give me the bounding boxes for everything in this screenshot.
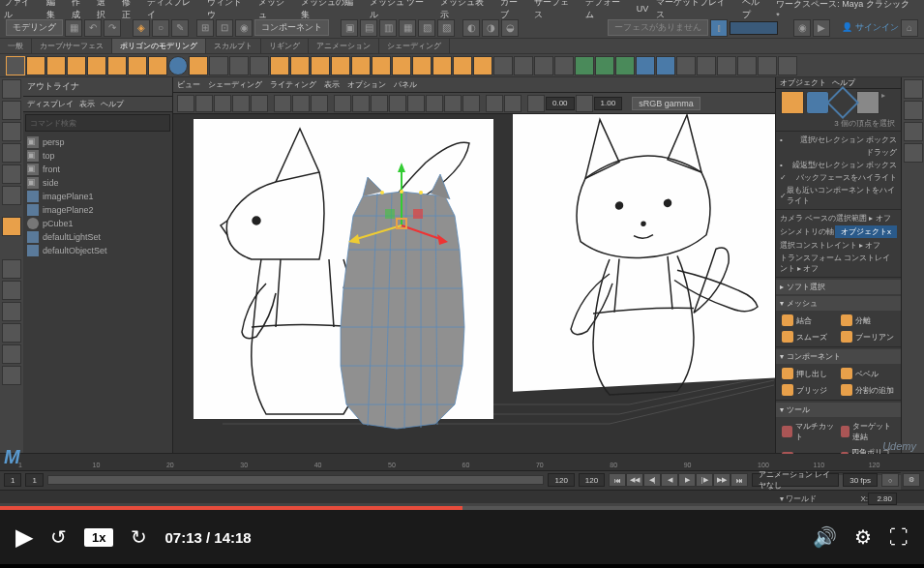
sym-field[interactable] <box>730 21 778 35</box>
render-icon[interactable]: ◑ <box>482 19 499 37</box>
shelf-torus-icon[interactable] <box>107 56 127 75</box>
vp-icon[interactable] <box>444 95 462 112</box>
soft-select-section[interactable]: ▸ ソフト選択 <box>776 280 901 294</box>
outliner-item[interactable]: imagePlane2 <box>27 203 168 217</box>
outliner-item[interactable]: imagePlane1 <box>27 190 168 203</box>
gamma-field[interactable]: 1.00 <box>594 97 623 110</box>
shelf-tab[interactable]: リギング <box>261 39 309 53</box>
settings-icon[interactable]: ⚙ <box>854 525 872 549</box>
viewport-menu[interactable]: 表示 <box>324 79 340 90</box>
step-fwd-icon[interactable]: ▶▶ <box>713 473 730 487</box>
vp-grid-icon[interactable] <box>232 95 250 112</box>
layout-single-icon[interactable] <box>2 259 21 279</box>
outliner-item[interactable]: pCube1 <box>27 217 168 230</box>
attr-editor-icon[interactable] <box>904 79 923 99</box>
sym-toggle[interactable]: ⫿ <box>710 19 728 37</box>
shelf-icon[interactable] <box>595 56 614 75</box>
layout-icon[interactable] <box>2 344 21 364</box>
goto-end-icon[interactable]: ⏭ <box>730 473 748 487</box>
shelf-bevel-icon[interactable] <box>392 56 411 75</box>
shelf-icon[interactable] <box>778 56 797 75</box>
shelf-icon[interactable] <box>758 56 777 75</box>
shelf-icon[interactable] <box>615 56 635 75</box>
component-dropdown[interactable]: コンポーネント <box>254 19 329 36</box>
playback-start-field[interactable]: 1 <box>25 473 43 487</box>
range-start-field[interactable]: 1 <box>4 473 21 487</box>
vertex-mode-icon[interactable] <box>806 91 829 114</box>
combine-button[interactable]: 結合 <box>780 313 838 328</box>
vp-icon[interactable] <box>177 95 194 112</box>
tools-section[interactable]: ▾ ツール <box>776 403 901 417</box>
workspace-label[interactable]: ワークスペース: Maya クラシック* <box>776 0 912 20</box>
boolean-button[interactable]: ブーリアン <box>839 329 897 344</box>
vp-wireframe-icon[interactable] <box>352 95 370 112</box>
volume-icon[interactable]: 🔊 <box>813 525 837 549</box>
layout-four-icon[interactable] <box>2 281 21 300</box>
shelf-icon[interactable] <box>554 56 574 75</box>
shelf-icon[interactable] <box>331 56 350 75</box>
viewport-menu[interactable]: シェーディング <box>208 79 262 90</box>
shelf-tab[interactable]: アニメーション <box>309 39 379 53</box>
bevel-button[interactable]: ベベル <box>839 366 897 381</box>
vp-resolution-icon[interactable] <box>311 95 328 112</box>
face-mode-icon[interactable] <box>856 91 879 114</box>
bridge-button[interactable]: ブリッジ <box>780 382 838 398</box>
viewport-menu[interactable]: オプション <box>347 79 386 90</box>
shelf-type-icon[interactable] <box>229 56 249 75</box>
vp-icon[interactable] <box>292 95 310 112</box>
shelf-mirror-icon[interactable] <box>351 56 371 75</box>
paint-icon[interactable]: ✎ <box>171 19 189 37</box>
shelf-combine-icon[interactable] <box>270 56 289 75</box>
shelf-icon[interactable] <box>453 56 472 75</box>
shelf-icon[interactable] <box>737 56 757 75</box>
snap-icon[interactable]: ⊡ <box>216 19 233 37</box>
outliner-item[interactable]: defaultObjectSet <box>27 244 168 257</box>
toolbar-icon[interactable]: ▦ <box>399 19 416 37</box>
shelf-plane-icon[interactable] <box>128 56 147 75</box>
shelf-icon[interactable] <box>209 56 228 75</box>
shelf-cylinder-icon[interactable] <box>67 56 86 75</box>
signin-link[interactable]: 👤 サインイン <box>842 21 899 34</box>
shelf-cone-icon[interactable] <box>87 56 106 75</box>
fullscreen-icon[interactable]: ⛶ <box>889 526 909 549</box>
vp-icon[interactable] <box>576 95 593 112</box>
anim-layer-dropdown[interactable]: アニメーション レイヤなし <box>752 473 839 487</box>
shelf-bridge-icon[interactable] <box>412 56 432 75</box>
rewind-button[interactable]: ↺ <box>50 525 67 549</box>
vp-icon[interactable] <box>486 95 503 112</box>
select-icon[interactable]: ◈ <box>133 19 150 37</box>
shelf-sphere-icon[interactable] <box>26 56 45 75</box>
toolbar-icon[interactable]: ▣ <box>341 19 358 37</box>
outliner-item[interactable]: ▣persp <box>27 135 168 149</box>
layout-icon[interactable] <box>2 366 21 385</box>
last-tool-icon[interactable] <box>2 217 21 236</box>
move-tool-icon[interactable] <box>2 143 21 163</box>
viewport-menu[interactable]: ライティング <box>270 79 316 90</box>
fps-dropdown[interactable]: 30 fps <box>843 473 878 487</box>
outliner-menu[interactable]: 表示 <box>79 99 95 109</box>
vp-icon[interactable] <box>274 95 291 112</box>
shelf-tab[interactable]: シェーディング <box>379 39 450 53</box>
menu-item[interactable]: 編集 <box>46 0 64 21</box>
channel-box-icon[interactable] <box>904 122 923 141</box>
vp-icon[interactable] <box>214 95 231 112</box>
shelf-icon[interactable] <box>676 56 696 75</box>
shelf-platonic-icon[interactable] <box>168 56 188 75</box>
render-icon[interactable]: ◒ <box>501 19 519 37</box>
menu-item[interactable]: デフォーム <box>585 0 629 21</box>
speed-button[interactable]: 1x <box>84 528 113 547</box>
progress-bar[interactable] <box>0 506 924 510</box>
rp-tab[interactable]: オブジェクト <box>780 77 826 88</box>
vp-icon[interactable] <box>504 95 522 112</box>
menu-item[interactable]: UV <box>637 4 649 14</box>
layout-icon[interactable] <box>2 323 21 343</box>
select-tool-icon[interactable] <box>2 79 21 99</box>
edge-mode-icon[interactable] <box>826 86 859 119</box>
prev-key-icon[interactable]: ◀| <box>643 473 661 487</box>
shelf-tab[interactable]: カーブ/サーフェス <box>32 39 112 53</box>
snap-icon[interactable]: ◉ <box>235 19 253 37</box>
menu-item[interactable]: ヘルプ <box>742 0 768 21</box>
play-button[interactable]: ▶ <box>15 523 33 551</box>
menu-item[interactable]: サーフェス <box>534 0 578 21</box>
extrude-button[interactable]: 押し出し <box>780 366 838 381</box>
